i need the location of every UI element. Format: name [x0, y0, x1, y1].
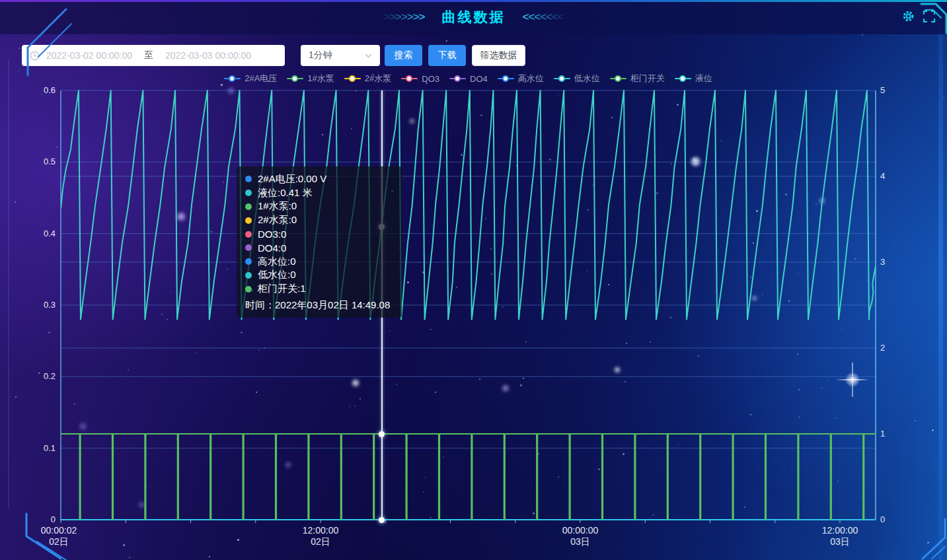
series-liquid-level	[61, 90, 876, 320]
svg-text:0: 0	[51, 514, 56, 524]
svg-text:02日: 02日	[311, 536, 330, 547]
tooltip-row-text: 高水位:0	[258, 256, 296, 268]
svg-text:12:00:00: 12:00:00	[822, 525, 858, 536]
svg-text:1: 1	[880, 429, 885, 438]
fullscreen-icon[interactable]	[923, 11, 935, 22]
svg-text:4: 4	[880, 171, 885, 181]
legend-marker-icon	[287, 78, 303, 79]
legend-marker-ring	[291, 75, 298, 82]
legend-item[interactable]: 2#A电压	[224, 73, 277, 85]
svg-text:00:00:02: 00:00:02	[41, 525, 77, 536]
date-range-input[interactable]: 2022-03-02 00:00:00 至 2022-03-03 00:00:0…	[22, 45, 285, 66]
filter-data-button[interactable]: 筛选数据	[472, 45, 525, 66]
tooltip-row-text: 柜门开关:1	[258, 283, 306, 295]
legend-item-label: 1#水泵	[307, 73, 334, 85]
series-color-dot	[245, 272, 252, 279]
legend-marker-icon	[344, 78, 361, 79]
crosshair-point-door-switch	[379, 431, 385, 437]
legend-marker-ring	[679, 75, 686, 82]
search-button[interactable]: 搜索	[385, 45, 422, 66]
legend-marker-ring	[229, 75, 235, 82]
title-wrap: >>>>>>> 曲线数据 <<<<<<<	[0, 0, 947, 34]
legend-item[interactable]: 柜门开关	[610, 73, 665, 85]
tooltip-row-text: DO3:0	[258, 228, 286, 240]
crosshair-point-axis	[379, 517, 385, 523]
svg-text:12:00:00: 12:00:00	[303, 525, 339, 536]
legend-item-label: 2#水泵	[365, 73, 391, 85]
toolbar: 2022-03-02 00:00:00 至 2022-03-03 00:00:0…	[0, 45, 947, 66]
series-color-dot	[245, 190, 252, 196]
tooltip-row: 2#水泵:0	[245, 213, 393, 227]
series-color-dot	[245, 286, 252, 293]
legend-item[interactable]: DO4	[449, 74, 488, 84]
tooltip-row-text: 2#A电压:0.00 V	[258, 173, 326, 186]
legend-item-label: 柜门开关	[630, 73, 665, 85]
legend-marker-ring	[406, 75, 412, 82]
svg-text:00:00:00: 00:00:00	[562, 525, 599, 536]
tooltip-row-text: 液位:0.41 米	[258, 187, 313, 199]
legend-marker-ring	[454, 75, 461, 82]
legend-marker-icon	[610, 78, 626, 79]
date-separator: 至	[144, 50, 153, 61]
series-color-dot	[245, 231, 252, 238]
interval-select[interactable]: 1分钟	[301, 45, 380, 66]
legend-marker-ring	[558, 75, 565, 82]
legend-marker-ring	[615, 75, 621, 82]
legend-marker-icon	[498, 78, 514, 79]
svg-text:2: 2	[880, 343, 885, 353]
svg-text:03日: 03日	[830, 536, 850, 547]
chart-tooltip: 2#A电压:0.00 V液位:0.41 米1#水泵:02#水泵:0DO3:0DO…	[237, 166, 402, 318]
svg-text:0.3: 0.3	[44, 300, 56, 310]
tooltip-rows: 2#A电压:0.00 V液位:0.41 米1#水泵:02#水泵:0DO3:0DO…	[245, 172, 393, 296]
dashboard-root: >>>>>>> 曲线数据 <<<<<<< 2022-03-02 00:00:00…	[0, 0, 947, 560]
svg-text:5: 5	[880, 85, 885, 95]
tooltip-row: DO4:0	[245, 241, 393, 255]
tooltip-row: 2#A电压:0.00 V	[245, 172, 393, 186]
title-chevrons-right: <<<<<<<	[523, 11, 564, 24]
interval-selected-value: 1分钟	[309, 50, 332, 61]
series-color-dot	[245, 244, 252, 251]
chart-axes	[60, 90, 876, 523]
series-door-switch	[61, 434, 876, 519]
legend-item[interactable]: 低水位	[554, 73, 600, 85]
legend-marker-icon	[449, 78, 466, 79]
svg-text:3: 3	[880, 257, 885, 267]
legend-item[interactable]: DO3	[401, 74, 439, 84]
tooltip-row: DO3:0	[245, 227, 393, 241]
series-color-dot	[245, 176, 252, 182]
svg-text:0.4: 0.4	[44, 228, 56, 238]
date-start-value[interactable]: 2022-03-02 00:00:00	[46, 50, 132, 61]
tooltip-row: 液位:0.41 米	[245, 186, 393, 200]
legend-marker-icon	[554, 78, 570, 79]
svg-text:0.2: 0.2	[44, 371, 56, 381]
header-icons	[902, 10, 935, 22]
header-bar: >>>>>>> 曲线数据 <<<<<<<	[0, 0, 947, 34]
settings-gear-icon[interactable]	[902, 10, 915, 22]
tooltip-row: 低水位:0	[245, 269, 393, 283]
tooltip-row-text: 1#水泵:0	[258, 200, 297, 213]
series-color-dot	[245, 258, 252, 265]
legend-marker-icon	[675, 78, 691, 79]
date-end-value[interactable]: 2022-03-03 00:00:00	[165, 50, 251, 61]
legend-item[interactable]: 2#水泵	[344, 73, 391, 85]
svg-text:0.6: 0.6	[44, 85, 56, 95]
tooltip-row: 1#水泵:0	[245, 200, 393, 214]
legend-item-label: 高水位	[518, 73, 544, 85]
title-chevrons-left: >>>>>>>	[383, 11, 425, 24]
legend-item[interactable]: 液位	[675, 73, 712, 85]
svg-text:0: 0	[880, 514, 885, 524]
legend-marker-ring	[349, 75, 356, 82]
legend-item[interactable]: 1#水泵	[287, 73, 334, 85]
tooltip-row-text: 2#水泵:0	[258, 214, 297, 227]
legend-item-label: 低水位	[574, 73, 600, 85]
chevron-down-icon	[365, 53, 372, 58]
legend-item[interactable]: 高水位	[498, 73, 544, 85]
download-button[interactable]: 下载	[428, 45, 466, 66]
tooltip-row: 高水位:0	[245, 255, 393, 269]
page-title: 曲线数据	[442, 8, 506, 26]
svg-text:02日: 02日	[49, 536, 69, 547]
legend-item-label: 液位	[695, 73, 712, 85]
svg-text:0.5: 0.5	[44, 157, 56, 166]
clock-icon	[30, 51, 40, 61]
legend-item-label: DO3	[422, 74, 439, 84]
